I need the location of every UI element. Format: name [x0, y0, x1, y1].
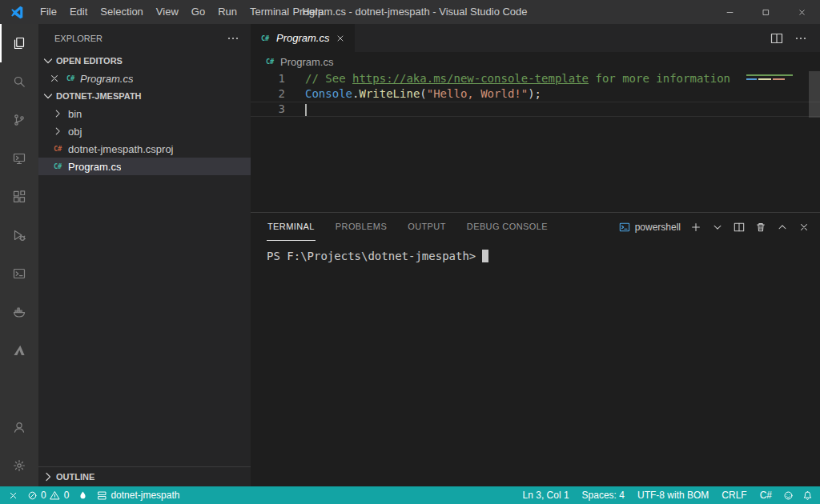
kill-terminal-icon[interactable] [754, 221, 767, 234]
activity-terminal-button[interactable] [0, 254, 38, 293]
open-editor-item[interactable]: C#Program.cs [38, 70, 251, 87]
status-bar-right: Ln 3, Col 1Spaces: 4UTF-8 with BOMCRLFC# [517, 486, 778, 504]
close-icon [796, 6, 809, 18]
activity-bar-top [0, 24, 38, 370]
notifications-button[interactable] [798, 486, 817, 504]
open-editors-header[interactable]: OPEN EDITORS [38, 52, 251, 70]
sidebar-title-row: EXPLORER [38, 24, 251, 52]
panel-tab-output[interactable]: OUTPUT [407, 213, 447, 241]
code-token: Console [305, 87, 352, 100]
activity-remote-explorer-button[interactable] [0, 139, 38, 178]
activity-extensions-button[interactable] [0, 178, 38, 216]
feedback-button[interactable] [778, 486, 798, 504]
csharp-file-icon: C# [51, 160, 64, 173]
panel-tab-terminal[interactable]: TERMINAL [267, 213, 316, 241]
warning-count: 0 [64, 490, 70, 501]
menu-go[interactable]: Go [185, 0, 211, 24]
line-content: Console.WriteLine("Hello, World!"); [285, 86, 541, 102]
minimize-button[interactable] [712, 0, 748, 24]
activity-settings-button[interactable] [0, 446, 38, 485]
docker-icon [13, 306, 26, 318]
code-line[interactable]: 1// See https://aka.ms/new-console-templ… [251, 71, 820, 86]
file-tree: binobjC#dotnet-jmespath.csprojC#Program.… [38, 105, 251, 175]
panel-tab-problems[interactable]: PROBLEMS [335, 213, 388, 241]
new-terminal-icon[interactable] [689, 221, 702, 234]
activity-azure-button[interactable] [0, 331, 38, 370]
close-window-button[interactable] [784, 0, 820, 24]
extensions-icon [13, 190, 26, 203]
cursor-position[interactable]: Ln 3, Col 1 [517, 486, 576, 504]
activity-explorer-button[interactable] [0, 24, 38, 62]
language-mode[interactable]: C# [754, 486, 778, 504]
terminal-output[interactable]: PS F:\Projects\dotnet-jmespath> [251, 241, 820, 486]
code-editor[interactable]: 1// See https://aka.ms/new-console-templ… [251, 71, 820, 212]
bell-icon [802, 490, 813, 501]
code-token: WriteLine [359, 87, 420, 100]
tab-program-cs[interactable]: C# Program.cs [251, 24, 355, 52]
terminal-actions: powershell [618, 221, 810, 234]
chevron-down-icon [42, 90, 54, 102]
line-number: 2 [251, 86, 285, 102]
project-selector[interactable]: dotnet-jmespath [92, 486, 183, 504]
terminal-dropdown-icon[interactable] [711, 221, 724, 234]
code-lines: 1// See https://aka.ms/new-console-templ… [251, 71, 820, 117]
tree-item[interactable]: bin [38, 105, 251, 122]
menu-run[interactable]: Run [211, 0, 243, 24]
activity-source-control-button[interactable] [0, 101, 38, 139]
sidebar-more-actions-icon[interactable] [227, 32, 239, 45]
problems-indicator[interactable]: 0 0 [22, 486, 73, 504]
folder-label: obj [68, 126, 82, 138]
minimap[interactable] [746, 74, 807, 82]
activity-docker-button[interactable] [0, 293, 38, 331]
maximize-panel-icon[interactable] [776, 221, 789, 234]
csharp-file-icon: C# [259, 32, 271, 45]
activity-accounts-button[interactable] [0, 408, 38, 446]
split-terminal-icon[interactable] [733, 221, 746, 234]
menu-edit[interactable]: Edit [63, 0, 94, 24]
code-line[interactable]: 2Console.WriteLine("Hello, World!"); [251, 86, 820, 102]
scrollbar-thumb[interactable] [809, 71, 820, 118]
explorer-sidebar: EXPLORER OPEN EDITORS C#Program.cs DOTNE… [38, 24, 251, 486]
menu-file[interactable]: File [34, 0, 63, 24]
split-editor-icon[interactable] [770, 32, 783, 45]
eol[interactable]: CRLF [715, 486, 753, 504]
activity-run-and-debug-button[interactable] [0, 216, 38, 254]
menu-selection[interactable]: Selection [94, 0, 149, 24]
menu-view[interactable]: View [150, 0, 185, 24]
outline-label: OUTLINE [56, 472, 94, 482]
outline-section-header[interactable]: OUTLINE [38, 466, 251, 486]
remote-indicator[interactable] [3, 486, 22, 504]
terminal-cursor [482, 250, 488, 262]
tree-item[interactable]: obj [38, 122, 251, 140]
code-token: ); [528, 87, 541, 100]
tree-item[interactable]: C#Program.cs [38, 158, 251, 175]
close-editor-icon[interactable] [48, 72, 61, 85]
vscode-window: FileEditSelectionViewGoRunTerminalHelp P… [0, 0, 820, 504]
folder-section-header[interactable]: DOTNET-JMESPATH [38, 87, 251, 105]
breadcrumb[interactable]: C# Program.cs [251, 52, 820, 71]
folder-label: bin [68, 108, 82, 120]
menu-help[interactable]: Help [295, 0, 330, 24]
code-token: "Hello, World!" [427, 87, 528, 100]
panel-tab-debug-console[interactable]: DEBUG CONSOLE [466, 213, 549, 241]
tree-item[interactable]: C#dotnet-jmespath.csproj [38, 140, 251, 158]
editor-scrollbar[interactable] [809, 71, 820, 212]
maximize-button[interactable] [748, 0, 784, 24]
hot-reload-indicator[interactable] [73, 486, 92, 504]
menu-terminal[interactable]: Terminal [243, 0, 295, 24]
close-tab-icon[interactable] [334, 32, 347, 45]
line-content: // See https://aka.ms/new-console-templa… [285, 71, 730, 86]
encoding[interactable]: UTF-8 with BOM [631, 486, 715, 504]
code-line[interactable]: 3 [251, 102, 820, 117]
sidebar-title: EXPLORER [54, 34, 102, 43]
close-panel-icon[interactable] [798, 221, 810, 234]
indentation[interactable]: Spaces: 4 [576, 486, 631, 504]
activity-search-button[interactable] [0, 62, 38, 101]
chevron-right-icon [51, 125, 64, 138]
chevron-down-icon [42, 54, 54, 67]
explorer-icon [13, 37, 26, 50]
terminal-profile-select[interactable]: powershell [618, 221, 681, 234]
open-editor-label: Program.cs [80, 73, 133, 85]
editor-more-actions-icon[interactable] [794, 32, 807, 45]
project-label: dotnet-jmespath [111, 490, 179, 501]
